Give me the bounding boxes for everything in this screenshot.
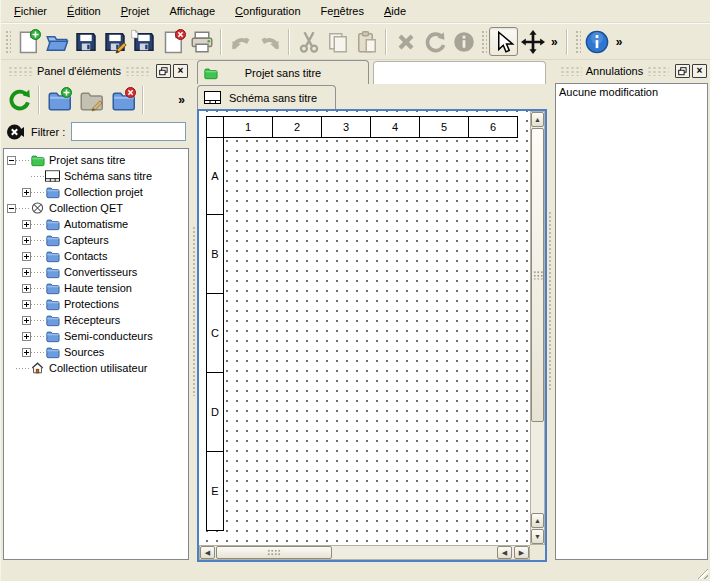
tree-item-automatisme[interactable]: Automatisme (4, 216, 188, 232)
filter-input[interactable] (71, 122, 186, 141)
tree-item-schema[interactable]: Schéma sans titre (4, 168, 188, 184)
expand-icon[interactable] (22, 284, 31, 293)
copy-button[interactable] (323, 27, 352, 56)
tab-schema-sans-titre[interactable]: Schéma sans titre (197, 85, 336, 109)
save-as-button[interactable] (100, 27, 129, 56)
scroll-up-button[interactable]: ▲ (531, 513, 544, 528)
undo-list-item[interactable]: Aucune modification (559, 86, 704, 102)
delete-category-button[interactable] (107, 84, 139, 116)
menu-fenetres[interactable]: Fenêtres (311, 2, 374, 20)
cut-button[interactable] (294, 27, 323, 56)
tree-item-collection-utilisateur[interactable]: Collection utilisateur (4, 360, 188, 376)
scroll-down-button[interactable]: ▼ (531, 529, 544, 544)
menu-edition[interactable]: Édition (57, 2, 111, 20)
toolbar-overflow-button[interactable]: » (612, 35, 627, 49)
menu-affichage[interactable]: Affichage (159, 2, 225, 20)
right-splitter[interactable] (547, 60, 553, 562)
tree-item-contacts[interactable]: Contacts (4, 248, 188, 264)
tree-item-recepteurs[interactable]: Récepteurs (4, 312, 188, 328)
clear-filter-icon[interactable] (6, 123, 25, 141)
move-tool-button[interactable] (518, 27, 547, 56)
expand-icon[interactable] (22, 348, 31, 357)
float-panel-button[interactable] (156, 64, 171, 78)
expand-icon[interactable] (22, 188, 31, 197)
tree-item-projet[interactable]: Projet sans titre (4, 152, 188, 168)
panel-overflow-button[interactable]: » (174, 93, 189, 107)
toolbar-separator (38, 86, 40, 114)
tab-projet-sans-titre[interactable]: Projet sans titre (197, 60, 369, 84)
tree-item-convertisseurs[interactable]: Convertisseurs (4, 264, 188, 280)
save-icon (74, 30, 98, 54)
open-project-button[interactable] (42, 27, 71, 56)
edit-category-button[interactable] (75, 84, 107, 116)
expand-icon[interactable] (22, 332, 31, 341)
toolbar-drag-handle[interactable] (480, 29, 487, 55)
new-category-button[interactable] (43, 84, 75, 116)
project-info-button[interactable] (583, 27, 612, 56)
scroll-right-button[interactable]: ▶ (514, 546, 529, 559)
print-button[interactable] (187, 27, 216, 56)
collapse-icon[interactable] (7, 156, 16, 165)
close-panel-button[interactable]: × (173, 64, 188, 78)
expand-icon[interactable] (22, 300, 31, 309)
save-button[interactable] (71, 27, 100, 56)
menu-configuration[interactable]: Configuration (225, 2, 310, 20)
scroll-left-button[interactable]: ◀ (200, 546, 215, 559)
toolbar-drag-handle[interactable] (574, 29, 581, 55)
new-document-button[interactable] (13, 27, 42, 56)
undo-button[interactable] (226, 27, 255, 56)
tree-item-sources[interactable]: Sources (4, 344, 188, 360)
menu-fichier[interactable]: Fichier (4, 2, 57, 20)
expand-icon[interactable] (22, 236, 31, 245)
row-header: B (206, 214, 224, 294)
save-all-button[interactable] (129, 27, 158, 56)
expand-icon[interactable] (22, 268, 31, 277)
resize-grip[interactable] (695, 566, 708, 579)
tree-item-collection-projet[interactable]: Collection projet (4, 184, 188, 200)
scroll-up-button[interactable]: ▲ (531, 112, 544, 127)
toolbar-separator (288, 29, 290, 55)
menu-aide[interactable]: Aide (374, 2, 416, 20)
element-info-button[interactable] (449, 27, 478, 56)
horizontal-scroll-thumb[interactable] (216, 546, 332, 559)
close-icon: × (697, 66, 703, 76)
delete-button[interactable] (391, 27, 420, 56)
branch-line (16, 208, 29, 209)
diagram-canvas[interactable]: 1 2 3 4 5 6 A B C D E (199, 111, 530, 545)
redo-button[interactable] (255, 27, 284, 56)
elements-panel-titlebar[interactable]: Panel d'éléments × (1, 60, 191, 81)
schema-tab-bar: Schéma sans titre (197, 84, 547, 109)
folder-icon (45, 281, 60, 295)
close-panel-button[interactable]: × (692, 64, 707, 78)
paste-button[interactable] (352, 27, 381, 56)
expand-icon[interactable] (22, 252, 31, 261)
column-header: 3 (321, 116, 371, 138)
undo-dock-titlebar[interactable]: Annulations × (553, 60, 710, 81)
toolbar-overflow-button[interactable]: » (547, 35, 562, 49)
collapse-icon[interactable] (7, 204, 16, 213)
float-panel-button[interactable] (675, 64, 690, 78)
close-document-button[interactable] (158, 27, 187, 56)
folder-icon (45, 345, 60, 359)
tree-item-semi-conducteurs[interactable]: Semi-conducteurs (4, 328, 188, 344)
home-icon (30, 361, 45, 375)
reload-collections-button[interactable] (3, 84, 35, 116)
row-header: A (206, 137, 224, 215)
tree-item-protections[interactable]: Protections (4, 296, 188, 312)
tree-item-capteurs[interactable]: Capteurs (4, 232, 188, 248)
expand-icon[interactable] (22, 316, 31, 325)
rotate-button[interactable] (420, 27, 449, 56)
vertical-scroll-thumb[interactable] (531, 128, 544, 422)
tree-item-collection-qet[interactable]: Collection QET (4, 200, 188, 216)
redo-icon (258, 30, 282, 54)
tree-item-label: Haute tension (64, 282, 132, 294)
tree-item-haute-tension[interactable]: Haute tension (4, 280, 188, 296)
tree-item-label: Automatisme (64, 218, 128, 230)
select-tool-button[interactable] (489, 27, 518, 56)
horizontal-scrollbar[interactable]: ◀ ◀ ▶ (199, 545, 530, 560)
expand-icon[interactable] (22, 220, 31, 229)
scroll-left-button[interactable]: ◀ (497, 546, 512, 559)
menu-projet[interactable]: Projet (111, 2, 160, 20)
toolbar-drag-handle[interactable] (4, 29, 11, 55)
vertical-scrollbar[interactable]: ▲ ▲ ▼ (530, 111, 545, 545)
